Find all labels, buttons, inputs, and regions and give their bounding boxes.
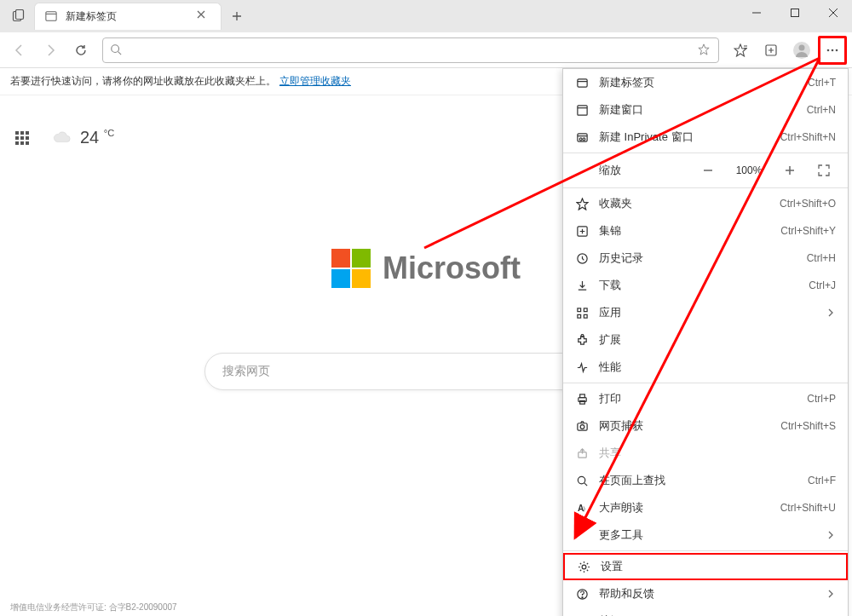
svg-rect-30	[584, 308, 587, 311]
menu-separator	[563, 153, 848, 153]
ext-icon	[575, 333, 589, 347]
app-menu: 新建标签页Ctrl+T新建窗口Ctrl+N新建 InPrivate 窗口Ctrl…	[562, 68, 849, 616]
maximize-button[interactable]	[775, 0, 814, 26]
close-tab-icon[interactable]	[197, 10, 210, 24]
menu-shortcut: Ctrl+Shift+S	[780, 420, 836, 432]
menu-item--: 共享	[563, 440, 848, 467]
favorites-button[interactable]	[726, 36, 755, 65]
menu-item--[interactable]: 帮助和反馈	[563, 580, 848, 607]
menu-item--inprivate-[interactable]: 新建 InPrivate 窗口Ctrl+Shift+N	[563, 124, 848, 151]
svg-rect-29	[577, 308, 580, 311]
close-window-button[interactable]	[814, 0, 852, 26]
menu-item-label: 收藏夹	[599, 196, 769, 211]
menu-item--[interactable]: 下载Ctrl+J	[563, 272, 848, 299]
menu-item--[interactable]: 设置	[563, 553, 848, 580]
menu-item-label: 共享	[599, 446, 836, 461]
menu-item--[interactable]: 应用	[563, 299, 848, 326]
menu-shortcut: Ctrl+T	[808, 77, 836, 89]
menu-item--[interactable]: 新建窗口Ctrl+N	[563, 96, 848, 124]
readaloud-icon: A》	[575, 501, 589, 515]
menu-separator	[563, 383, 848, 383]
print-icon	[575, 392, 589, 406]
chevron-right-icon	[827, 588, 836, 601]
menu-shortcut: Ctrl+Shift+N	[780, 131, 836, 143]
menu-item-label: 新建 InPrivate 窗口	[599, 130, 770, 145]
svg-rect-36	[579, 400, 584, 404]
tab-title: 新建标签页	[66, 9, 190, 24]
chevron-right-icon	[827, 529, 836, 542]
menu-item-label: 性能	[599, 360, 836, 375]
more-menu-button[interactable]	[818, 36, 847, 65]
star-icon	[575, 197, 589, 210]
svg-point-38	[580, 424, 584, 429]
menu-item-label: 应用	[599, 305, 817, 320]
profile-button[interactable]	[787, 36, 816, 65]
svg-rect-5	[791, 9, 798, 17]
collections-button[interactable]	[757, 36, 786, 65]
svg-line-41	[584, 482, 586, 485]
manage-favorites-link[interactable]: 立即管理收藏夹	[279, 74, 351, 89]
menu-item--[interactable]: 新建标签页Ctrl+T	[563, 69, 848, 96]
menu-zoom: 缩放 100%	[563, 155, 848, 186]
menu-item--[interactable]: A》大声朗读Ctrl+Shift+U	[563, 494, 848, 521]
menu-item--[interactable]: 在页面上查找Ctrl+F	[563, 467, 848, 494]
titlebar-left: 新建标签页	[0, 0, 256, 32]
svg-rect-1	[16, 10, 24, 20]
newtab-favicon-icon	[45, 10, 59, 24]
menu-shortcut: Ctrl+Shift+Y	[780, 225, 836, 237]
menu-item--[interactable]: 收藏夹Ctrl+Shift+O	[563, 190, 848, 217]
svg-point-12	[799, 44, 805, 50]
back-button[interactable]	[5, 36, 34, 65]
widget-row: 24 °C	[15, 128, 114, 147]
menu-shortcut: Ctrl+J	[809, 279, 836, 291]
addressbar[interactable]	[102, 37, 719, 63]
download-icon	[575, 279, 589, 292]
zoom-out-button[interactable]	[696, 158, 720, 182]
svg-point-13	[827, 49, 830, 51]
refresh-button[interactable]	[66, 36, 95, 65]
browser-tab[interactable]: 新建标签页	[34, 3, 222, 30]
menu-item-label: 历史记录	[599, 250, 797, 266]
menu-item--[interactable]: 历史记录Ctrl+H	[563, 245, 848, 272]
bookmark-hint-text: 若要进行快速访问，请将你的网址收藏放在此收藏夹栏上。	[10, 74, 276, 89]
svg-rect-20	[577, 105, 586, 114]
address-input[interactable]	[129, 44, 698, 56]
brand-logo: Microsoft	[331, 249, 521, 288]
apps-grid-icon[interactable]	[15, 131, 29, 145]
menu-item--[interactable]: 网页捕获Ctrl+Shift+S	[563, 412, 848, 440]
newtab-icon	[575, 76, 589, 89]
menu-item--microsoft-edge[interactable]: 关闭 Microsoft Edge	[563, 607, 848, 616]
menu-shortcut: Ctrl+Shift+U	[780, 502, 836, 514]
svg-text:》: 》	[583, 506, 589, 512]
inprivate-icon	[575, 130, 589, 144]
forward-button[interactable]	[36, 36, 65, 65]
share-icon	[575, 446, 589, 460]
zoom-level: 100%	[730, 164, 768, 176]
svg-rect-2	[46, 11, 56, 20]
temperature: 24 °C	[80, 128, 114, 147]
toolbar	[0, 32, 852, 68]
svg-point-14	[832, 49, 834, 51]
search-placeholder: 搜索网页	[222, 364, 614, 379]
minimize-button[interactable]	[737, 0, 775, 26]
fullscreen-button[interactable]	[812, 158, 836, 182]
menu-item--[interactable]: 打印Ctrl+P	[563, 385, 848, 412]
apps-icon	[575, 306, 589, 320]
menu-item-label: 设置	[601, 559, 834, 574]
zoom-in-button[interactable]	[778, 158, 802, 182]
menu-item--[interactable]: 性能	[563, 354, 848, 381]
menu-item-label: 帮助和反馈	[599, 586, 817, 602]
menu-item-label: 大声朗读	[599, 500, 770, 515]
chevron-right-icon	[827, 307, 836, 320]
menu-item--[interactable]: 集锦Ctrl+Shift+Y	[563, 217, 848, 245]
svg-rect-22	[577, 133, 586, 141]
favorite-star-icon[interactable]	[698, 43, 711, 57]
svg-line-7	[118, 51, 122, 55]
menu-item--[interactable]: 更多工具	[563, 521, 848, 549]
tab-actions-icon[interactable]	[7, 4, 31, 28]
menu-shortcut: Ctrl+P	[807, 393, 836, 405]
menu-item--[interactable]: 扩展	[563, 326, 848, 354]
weather-widget[interactable]: 24 °C	[53, 128, 114, 147]
window-controls	[737, 0, 852, 32]
new-tab-button[interactable]	[225, 4, 249, 28]
